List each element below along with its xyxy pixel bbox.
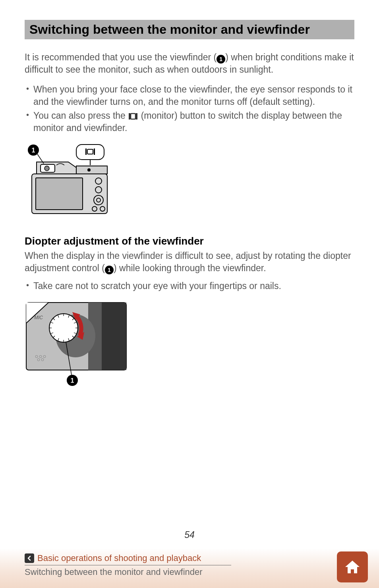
diopter-heading: Diopter adjustment of the viewfinder bbox=[25, 235, 354, 247]
page-footer: Basic operations of shooting and playbac… bbox=[0, 548, 379, 588]
monitor-button-icon bbox=[128, 112, 138, 120]
footer-chapter-link[interactable]: Basic operations of shooting and playbac… bbox=[25, 553, 319, 563]
home-button[interactable] bbox=[337, 551, 368, 582]
page-root: Switching between the monitor and viewfi… bbox=[0, 0, 379, 588]
diopter-body-after: ) while looking through the viewfinder. bbox=[114, 263, 266, 273]
svg-rect-6 bbox=[85, 148, 87, 155]
intro-text-before: It is recommended that you use the viewf… bbox=[25, 52, 217, 62]
footer-section-text: Switching between the monitor and viewfi… bbox=[25, 567, 319, 577]
svg-rect-5 bbox=[76, 145, 104, 160]
back-icon bbox=[25, 553, 34, 563]
camera-illustration-2: MIC 1 bbox=[25, 300, 354, 393]
svg-text:MIC: MIC bbox=[34, 315, 43, 320]
diopter-bullet-1: Take care not to scratch your eye with y… bbox=[25, 280, 354, 292]
svg-point-21 bbox=[87, 168, 91, 172]
svg-rect-7 bbox=[94, 148, 95, 155]
svg-rect-26 bbox=[100, 303, 126, 370]
bullet-item-2: You can also press the (monitor) button … bbox=[25, 110, 354, 134]
svg-rect-20 bbox=[76, 166, 107, 174]
diopter-bullet-list: Take care not to scratch your eye with y… bbox=[25, 280, 354, 292]
footer-inner: Basic operations of shooting and playbac… bbox=[25, 553, 319, 577]
intro-paragraph: It is recommended that you use the viewf… bbox=[25, 51, 354, 76]
svg-rect-0 bbox=[129, 113, 130, 120]
diopter-body: When the display in the viewfinder is di… bbox=[25, 250, 354, 275]
bullet-item-1: When you bring your face close to the vi… bbox=[25, 83, 354, 108]
callout-marker-1b: 1 bbox=[105, 266, 114, 274]
svg-rect-2 bbox=[131, 114, 135, 119]
section-title-bar: Switching between the monitor and viewfi… bbox=[25, 20, 354, 39]
camera-illustration-1: 1 bbox=[25, 142, 354, 219]
home-icon bbox=[343, 557, 362, 576]
page-number: 54 bbox=[0, 530, 379, 540]
svg-rect-11 bbox=[36, 178, 83, 210]
section-title: Switching between the monitor and viewfi… bbox=[29, 22, 350, 37]
intro-bullet-list: When you bring your face close to the vi… bbox=[25, 83, 354, 134]
footer-chapter-text: Basic operations of shooting and playbac… bbox=[37, 553, 201, 563]
svg-text:1: 1 bbox=[32, 147, 35, 154]
footer-divider bbox=[25, 565, 231, 565]
svg-rect-1 bbox=[136, 113, 137, 120]
bullet2-before: You can also press the bbox=[33, 110, 128, 121]
callout-marker-1: 1 bbox=[217, 55, 225, 64]
svg-text:1: 1 bbox=[71, 377, 74, 384]
svg-point-29 bbox=[49, 314, 78, 342]
svg-point-19 bbox=[44, 166, 49, 171]
